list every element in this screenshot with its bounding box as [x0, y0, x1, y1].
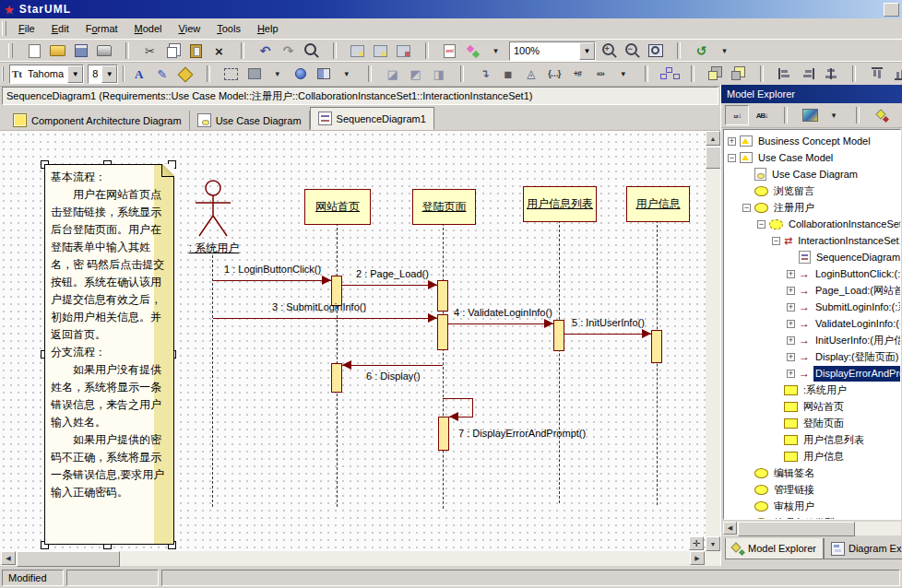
- tree-item-label[interactable]: 审核用户: [772, 499, 816, 514]
- cut-icon[interactable]: ✂: [139, 41, 160, 60]
- explorer-tab[interactable]: Diagram Explorer: [824, 538, 902, 559]
- sequence-object[interactable]: 网站首页: [304, 189, 371, 225]
- activation-bar[interactable]: [437, 280, 448, 312]
- activation-bar[interactable]: [437, 314, 448, 350]
- tree-row[interactable]: 管理链接: [724, 481, 900, 498]
- dropdown-caret-icon[interactable]: ▾: [485, 41, 506, 60]
- tree-row[interactable]: → Page_Load:(网站首页): [724, 282, 900, 299]
- message-label[interactable]: 5 : InitUserInfo(): [572, 317, 645, 328]
- print-icon[interactable]: [93, 41, 114, 60]
- copy-icon[interactable]: [162, 41, 184, 60]
- activation-bar[interactable]: [331, 363, 342, 393]
- undo-icon[interactable]: ↶: [255, 41, 276, 60]
- menu-item[interactable]: Format: [77, 20, 126, 37]
- message-label[interactable]: 2 : Page_Load(): [356, 268, 429, 279]
- tree-item-label[interactable]: 注册用户: [772, 200, 816, 216]
- effect-icon-1[interactable]: ◪: [382, 65, 403, 83]
- tree-row[interactable]: SequenceDiagram1: [724, 249, 900, 265]
- tree-item-label[interactable]: 浏览留言: [772, 183, 816, 199]
- tree-item-label[interactable]: Use Case Diagram: [770, 168, 860, 181]
- tree-row[interactable]: → InitUserInfo:(用户信息列表): [724, 332, 900, 348]
- uml-note[interactable]: 基本流程： 用户在网站首页点击登陆链接，系统显示后台登陆页面。用户在登陆表单中输…: [44, 164, 174, 545]
- expand-toggle-icon[interactable]: [742, 486, 751, 494]
- tree-row[interactable]: :系统用户: [724, 382, 900, 398]
- tree-item-label[interactable]: Display:(登陆页面): [813, 349, 900, 365]
- tree-item-label[interactable]: 用户信息列表: [801, 432, 866, 448]
- align-center-icon[interactable]: [820, 65, 841, 83]
- expand-toggle-icon[interactable]: [728, 137, 736, 146]
- activation-bar[interactable]: [651, 330, 662, 363]
- activation-bar[interactable]: [553, 320, 564, 351]
- expand-toggle-icon[interactable]: [728, 154, 736, 162]
- horizontal-scrollbar[interactable]: ◀ ▶: [0, 551, 720, 566]
- line-jump-icon[interactable]: ↴: [474, 65, 495, 83]
- expand-toggle-icon[interactable]: [787, 353, 795, 361]
- align-bottom-icon[interactable]: [889, 65, 902, 83]
- actor-icon[interactable]: [192, 179, 234, 240]
- align-left-icon[interactable]: [774, 65, 795, 83]
- font-color-icon[interactable]: A: [128, 65, 149, 83]
- scroll-up-icon[interactable]: ▲: [706, 131, 720, 146]
- tree-item-label[interactable]: InitUserInfo:(用户信息列表): [813, 333, 901, 348]
- chevron-down-icon[interactable]: ▼: [67, 65, 83, 83]
- model-indicator-icon[interactable]: [290, 65, 311, 83]
- open-file-icon[interactable]: [47, 41, 68, 60]
- sort-order-icon[interactable]: ₁₂↓: [725, 105, 749, 125]
- stereotype-display-icon[interactable]: [243, 65, 265, 83]
- tree-row[interactable]: 审核用户: [724, 498, 900, 514]
- tree-row[interactable]: Business Concept Model: [724, 133, 900, 149]
- chevron-down-icon[interactable]: ▼: [101, 65, 117, 83]
- title-bar[interactable]: ★ StarUML: [0, 0, 902, 18]
- tree-row[interactable]: Use Case Model: [724, 149, 900, 166]
- expand-toggle-icon[interactable]: [787, 320, 795, 328]
- tree-item-label[interactable]: CollaborationInstanceSet1: [787, 218, 901, 230]
- format-style-icon[interactable]: [313, 65, 334, 83]
- tree-scroll-thumb[interactable]: [738, 522, 855, 536]
- tree-item-label[interactable]: LoginButtonClick:(:系统用户): [813, 266, 901, 282]
- tree-item-label[interactable]: Use Case Model: [756, 151, 835, 164]
- message-label[interactable]: 6 : Display(): [366, 370, 421, 382]
- tree-item-label[interactable]: SubmitLoginInfo:(:系统用户): [813, 300, 901, 315]
- paste-icon[interactable]: [185, 41, 207, 60]
- expand-toggle-icon[interactable]: [772, 237, 780, 245]
- expand-toggle-icon[interactable]: [757, 220, 766, 229]
- tree-item-label[interactable]: ValidateLoginInfo:(登陆页面): [813, 316, 901, 332]
- diagram-tab[interactable]: Component Architecture Diagram: [6, 111, 190, 130]
- effect-icon-2[interactable]: ◩: [405, 65, 426, 83]
- menu-item[interactable]: Help: [249, 20, 287, 37]
- expand-toggle-icon[interactable]: [772, 386, 780, 394]
- zoom-out-icon[interactable]: [622, 41, 643, 60]
- tree-row[interactable]: → ValidateLoginInfo:(登陆页面): [724, 315, 900, 332]
- tree-row[interactable]: → SubmitLoginInfo:(:系统用户): [724, 299, 900, 315]
- dropdown-caret-icon[interactable]: ▾: [714, 41, 735, 60]
- message-label[interactable]: 7 : DisplayErrorAndPrompt(): [458, 428, 586, 439]
- guillemet-stereotype-icon[interactable]: «»: [589, 65, 611, 83]
- expand-toggle-icon[interactable]: [742, 502, 751, 511]
- xml-export-icon[interactable]: [439, 41, 460, 60]
- message-label[interactable]: 1 : LoginButtonClick(): [224, 264, 321, 275]
- expand-toggle-icon[interactable]: [742, 187, 751, 195]
- expand-toggle-icon[interactable]: [772, 453, 780, 461]
- tree-item-label[interactable]: DisplayErrorAndPrompt:(登陆页面): [813, 366, 901, 382]
- horizontal-scroll-thumb[interactable]: [17, 551, 120, 567]
- pan-button[interactable]: ✛: [689, 536, 704, 550]
- auto-layout-icon[interactable]: [659, 65, 680, 83]
- sequence-object[interactable]: 用户信息: [626, 186, 690, 222]
- tree-row[interactable]: ⇄ InteractionInstanceSet1: [724, 232, 900, 249]
- scroll-left-icon[interactable]: ◀: [723, 522, 737, 535]
- delete-icon[interactable]: ×: [208, 41, 230, 60]
- tree-item-label[interactable]: SequenceDiagram1: [814, 251, 901, 264]
- dropdown-caret-icon[interactable]: ▾: [267, 65, 288, 83]
- expand-toggle-icon[interactable]: [787, 287, 795, 295]
- diagram-tab[interactable]: SequenceDiagram1: [310, 107, 434, 130]
- effect-icon-3[interactable]: ◨: [428, 65, 449, 83]
- dashed-select-icon[interactable]: [220, 65, 242, 83]
- tree-row[interactable]: CollaborationInstanceSet1: [724, 216, 900, 232]
- expand-toggle-icon[interactable]: [772, 436, 780, 444]
- message-label[interactable]: 4 : ValidateLoginInfo(): [454, 307, 552, 318]
- font-name-combo[interactable]: Tt Tahoma ▼: [9, 65, 84, 84]
- diagram-tab[interactable]: Use Case Diagram: [190, 111, 310, 130]
- dropdown-caret-icon[interactable]: ▾: [612, 65, 634, 83]
- expand-toggle-icon[interactable]: [787, 336, 795, 345]
- tree-row[interactable]: → LoginButtonClick:(:系统用户): [724, 265, 900, 282]
